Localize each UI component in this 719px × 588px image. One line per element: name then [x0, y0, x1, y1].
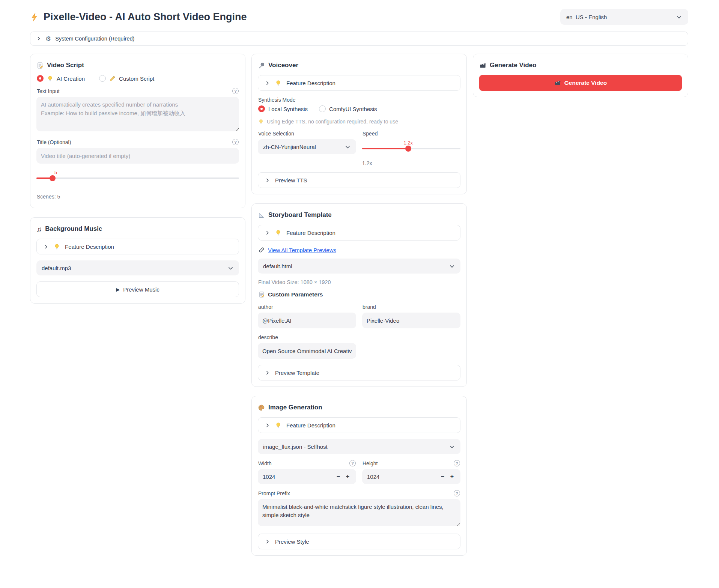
microphone-icon — [258, 62, 265, 69]
scenes-slider-value: 5 — [54, 170, 57, 175]
synthesis-mode-radio-group: Local Synthesis ComfyUI Synthesis — [258, 105, 460, 112]
chevron-right-icon — [265, 539, 270, 544]
custom-parameters-title: Custom Parameters — [258, 291, 460, 298]
width-increment-button[interactable]: + — [343, 473, 352, 480]
chevron-right-icon — [265, 370, 270, 376]
storyboard-feature-description-accordion[interactable]: Feature Description — [258, 225, 460, 241]
radio-ai-creation[interactable]: AI Creation — [37, 75, 85, 82]
background-music-panel: ♫ Background Music Feature Description d… — [30, 217, 245, 304]
accordion-label: Feature Description — [286, 80, 335, 86]
script-mode-radio-group: AI Creation Custom Script — [37, 75, 239, 82]
voiceover-title-text: Voiceover — [268, 62, 298, 69]
width-cell: 1024 − + — [258, 469, 356, 484]
background-music-title: ♫ Background Music — [36, 225, 239, 233]
voiceover-panel: Voiceover Feature Description Synthesis … — [251, 54, 467, 194]
width-number-input[interactable]: 1024 − + — [258, 469, 356, 484]
chevron-right-icon — [265, 230, 270, 236]
bulb-icon — [275, 422, 281, 429]
template-previews-link[interactable]: View All Template Previews — [268, 247, 336, 253]
accordion-label: Preview Template — [275, 370, 319, 376]
accordion-label: Feature Description — [286, 422, 335, 429]
author-brand-row — [258, 313, 460, 328]
speed-label: Speed — [363, 131, 460, 137]
speed-current-value: 1.2x — [362, 160, 460, 166]
prompt-prefix-textarea[interactable]: Minimalist black-and-white matchstick fi… — [258, 499, 460, 526]
radio-unselected-icon — [99, 75, 106, 82]
column-left: Video Script AI Creation Custom Script T… — [30, 54, 245, 304]
column-right: Generate Video Generate Video — [473, 54, 688, 97]
generate-video-button[interactable]: Generate Video — [479, 75, 682, 91]
music-file-dropdown[interactable]: default.mp3 — [36, 260, 239, 275]
radio-local-synthesis-label: Local Synthesis — [268, 106, 308, 112]
accordion-label: Feature Description — [65, 244, 114, 250]
workflow-dropdown[interactable]: image_flux.json - Selfhost — [258, 439, 460, 454]
image-feature-description-accordion[interactable]: Feature Description — [258, 417, 460, 433]
brand-input[interactable] — [362, 313, 460, 328]
help-icon: ? — [349, 460, 356, 466]
image-generation-panel: Image Generation Feature Description ima… — [251, 396, 467, 556]
radio-custom-script[interactable]: Custom Script — [99, 75, 154, 82]
accordion-label: Feature Description — [286, 230, 335, 236]
main-content: Video Script AI Creation Custom Script T… — [0, 46, 719, 556]
height-cell: 1024 − + — [362, 469, 460, 484]
image-generation-title-text: Image Generation — [268, 404, 322, 411]
voice-selection-value: zh-CN-YunjianNeural — [263, 144, 316, 150]
voice-selection-dropdown[interactable]: zh-CN-YunjianNeural — [258, 139, 356, 154]
music-feature-description-accordion[interactable]: Feature Description — [36, 239, 239, 254]
language-select[interactable]: en_US - English — [560, 9, 688, 25]
chevron-right-icon — [265, 177, 270, 183]
prompt-prefix-label-row: Prompt Prefix ? — [258, 490, 460, 496]
title-input[interactable] — [36, 148, 239, 164]
system-config-accordion[interactable]: ⚙ System Configuration (Required) — [30, 32, 688, 46]
gear-icon: ⚙ — [45, 36, 51, 42]
radio-local-synthesis[interactable]: Local Synthesis — [258, 105, 308, 112]
prompt-prefix-label: Prompt Prefix — [258, 490, 290, 496]
author-cell — [258, 313, 356, 328]
video-script-panel: Video Script AI Creation Custom Script T… — [30, 54, 245, 208]
height-increment-button[interactable]: + — [447, 473, 457, 480]
storyboard-panel: Storyboard Template Feature Description … — [251, 203, 467, 387]
height-value[interactable]: 1024 — [367, 474, 438, 480]
author-input[interactable] — [258, 313, 356, 328]
preview-music-button[interactable]: ▶ Preview Music — [36, 281, 239, 297]
speed-slider-handle[interactable] — [405, 146, 411, 152]
template-value: default.html — [263, 263, 292, 269]
accordion-label: Preview TTS — [275, 177, 307, 183]
width-value[interactable]: 1024 — [263, 474, 334, 480]
radio-unselected-icon — [319, 105, 326, 112]
voiceover-feature-description-accordion[interactable]: Feature Description — [258, 75, 460, 91]
width-label: Width — [258, 460, 272, 466]
text-input-textarea[interactable] — [36, 97, 239, 131]
chevron-right-icon — [265, 423, 270, 428]
width-label-row: Width ? — [258, 460, 356, 466]
edge-tts-info: Using Edge TTS, no configuration require… — [258, 119, 460, 125]
height-label-row: Height ? — [363, 460, 460, 466]
scenes-slider-fill: 5 — [36, 177, 53, 179]
radio-comfyui-synthesis[interactable]: ComfyUI Synthesis — [319, 105, 377, 112]
preview-tts-accordion[interactable]: Preview TTS — [258, 172, 460, 188]
preview-style-accordion[interactable]: Preview Style — [258, 534, 460, 549]
chevron-down-icon — [344, 144, 351, 150]
synthesis-mode-label: Synthesis Mode — [258, 97, 460, 103]
template-dropdown[interactable]: default.html — [258, 259, 460, 274]
speed-cell: 1.2x 1.2x — [362, 139, 460, 166]
system-config-label: System Configuration (Required) — [55, 36, 134, 42]
chevron-right-icon — [265, 80, 270, 86]
width-decrement-button[interactable]: − — [334, 473, 343, 480]
scenes-slider: 5 — [36, 175, 239, 182]
chevron-right-icon — [36, 36, 41, 41]
writing-hand-icon — [109, 75, 116, 82]
describe-input[interactable] — [258, 343, 356, 359]
scenes-slider-handle[interactable] — [50, 175, 56, 181]
height-decrement-button[interactable]: − — [438, 473, 447, 480]
storyboard-title: Storyboard Template — [258, 211, 460, 219]
speed-slider-track[interactable]: 1.2x — [362, 148, 460, 150]
height-number-input[interactable]: 1024 − + — [362, 469, 460, 484]
title-label: Title (Optional) — [37, 139, 71, 145]
voiceover-title: Voiceover — [258, 62, 460, 69]
preview-template-accordion[interactable]: Preview Template — [258, 365, 460, 380]
scenes-slider-track[interactable]: 5 — [36, 177, 239, 179]
video-script-title-text: Video Script — [47, 62, 84, 69]
chevron-down-icon — [227, 265, 234, 271]
preview-music-label: Preview Music — [123, 286, 159, 293]
